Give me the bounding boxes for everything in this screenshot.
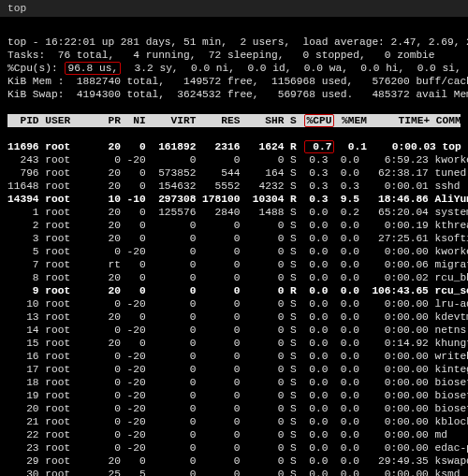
process-row: 19 root 0 -20 0 0 0 S 0.0 0.0 0:00.00 bi…: [7, 390, 468, 401]
process-row: 15 root 20 0 0 0 0 S 0.0 0.0 0:14.92 khu…: [7, 338, 468, 349]
process-row: 7 root rt 0 0 0 0 S 0.0 0.0 0:00.06 migr…: [7, 259, 468, 270]
process-row: 21 root 0 -20 0 0 0 S 0.0 0.0 0:00.00 kb…: [7, 416, 468, 427]
summary-mem: KiB Mem : 1882740 total, 149572 free, 11…: [7, 76, 468, 87]
window-titlebar: top: [0, 0, 468, 17]
process-row: 11696 root 20 0 161892 2316 1624 R 0.7 0…: [7, 141, 461, 152]
process-row: 11648 root 20 0 154632 5552 4232 S 0.3 0…: [7, 180, 460, 192]
process-row: 2 root 20 0 0 0 0 S 0.0 0.0 0:00.19 kthr…: [7, 220, 468, 231]
process-row: 14394 root 10 -10 297308 178100 10304 R …: [7, 194, 468, 205]
process-row: 18 root 0 -20 0 0 0 S 0.0 0.0 0:00.00 bi…: [7, 377, 468, 388]
process-row: 796 root 20 0 573852 544 164 S 0.3 0.0 6…: [7, 167, 466, 179]
cpu-col-highlight: %CPU: [304, 114, 335, 127]
process-row: 13 root 20 0 0 0 0 S 0.0 0.0 0:00.00 kde…: [7, 311, 468, 323]
terminal-output: top - 16:22:01 up 281 days, 51 min, 2 us…: [0, 17, 468, 476]
process-row: 29 root 20 0 0 0 0 S 0.0 0.0 29:49.35 ks…: [7, 455, 468, 467]
process-row: 30 root 25 5 0 0 0 S 0.0 0.0 0:00.00 ksm…: [7, 469, 460, 476]
summary-cpu: %Cpu(s): 96.8 us, 3.2 sy, 0.0 ni, 0.0 id…: [7, 63, 468, 74]
summary-uptime: top - 16:22:01 up 281 days, 51 min, 2 us…: [7, 36, 468, 48]
process-row: 8 root 20 0 0 0 0 S 0.0 0.0 0:00.02 rcu_…: [7, 272, 468, 283]
process-table-header: PID USER PR NI VIRT RES SHR S %CPU %MEM …: [7, 114, 461, 127]
summary-swap: KiB Swap: 4194300 total, 3624532 free, 5…: [7, 89, 468, 100]
cpu-us-highlight: 96.8 us,: [65, 62, 121, 75]
process-row: 22 root 0 -20 0 0 0 S 0.0 0.0 0:00.00 md: [7, 429, 447, 440]
process-row: 17 root 0 -20 0 0 0 S 0.0 0.0 0:00.00 ki…: [7, 364, 468, 375]
process-row: 5 root 0 -20 0 0 0 S 0.0 0.0 0:00.00 kwo…: [7, 246, 468, 257]
process-table-body: 11696 root 20 0 161892 2316 1624 R 0.7 0…: [7, 140, 461, 476]
process-row: 16 root 0 -20 0 0 0 S 0.0 0.0 0:00.00 wr…: [7, 351, 468, 362]
process-row: 243 root 0 -20 0 0 0 S 0.3 0.0 6:59.23 k…: [7, 154, 468, 166]
summary-tasks: Tasks: 76 total, 4 running, 72 sleeping,…: [7, 50, 435, 61]
process-row: 3 root 20 0 0 0 0 S 0.0 0.0 27:25.61 kso…: [7, 233, 468, 244]
process-row: 20 root 0 -20 0 0 0 S 0.0 0.0 0:00.00 bi…: [7, 403, 468, 414]
process-row: 14 root 0 -20 0 0 0 S 0.0 0.0 0:00.00 ne…: [7, 325, 466, 336]
process-row: 23 root 0 -20 0 0 0 S 0.0 0.0 0:00.00 ed…: [7, 442, 468, 454]
cpu-cell-highlight: 0.7: [304, 140, 335, 153]
process-row: 1 root 20 0 125576 2840 1488 S 0.0 0.2 6…: [7, 207, 468, 218]
process-row: 10 root 0 -20 0 0 0 S 0.0 0.0 0:00.00 lr…: [7, 298, 468, 310]
process-row: 9 root 20 0 0 0 0 R 0.0 0.0 106:43.65 rc…: [7, 285, 468, 296]
